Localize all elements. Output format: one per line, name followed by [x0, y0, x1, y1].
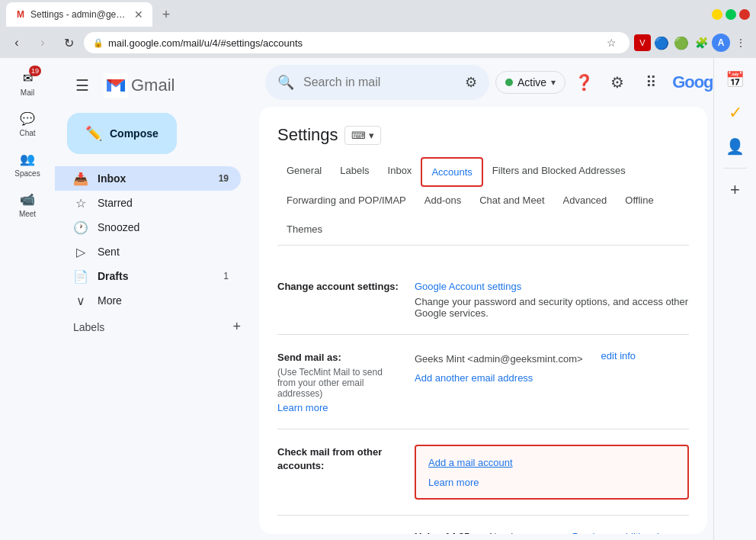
mail-badge: 19: [29, 66, 41, 76]
storage-value: Using 14.25 GB. Need more space? Purchas…: [415, 531, 689, 534]
calendar-icon[interactable]: 📅: [720, 64, 751, 95]
nav-item-sent[interactable]: ▷ Sent: [55, 239, 241, 264]
starred-label: Starred: [98, 197, 229, 209]
puzzle-button[interactable]: 🧩: [692, 34, 710, 52]
tab-close-button[interactable]: ✕: [134, 8, 143, 21]
nav-item-snoozed[interactable]: 🕐 Snoozed: [55, 215, 241, 239]
settings-tabs: General Labels Inbox Accounts Filters an…: [277, 157, 689, 246]
menu-button[interactable]: ⋮: [732, 34, 750, 52]
add-panel-icon: +: [730, 180, 740, 200]
address-bar-row: ‹ › ↻ 🔒 mail.google.com/mail/u/4/#settin…: [0, 29, 756, 58]
sidebar-item-mail[interactable]: ✉ 19 Mail: [2, 64, 53, 101]
sidebar-item-meet[interactable]: 📹 Meet: [2, 185, 53, 223]
settings-title-row: Settings ⌨ ▾: [277, 125, 689, 145]
maximize-button[interactable]: [726, 9, 736, 20]
sidebar: ✉ 19 Mail 💬 Chat 👥 Spaces 📹 Meet: [0, 58, 55, 540]
change-account-label: Change account settings:: [277, 279, 399, 319]
settings-button[interactable]: ⚙: [602, 67, 633, 98]
sidebar-item-spaces[interactable]: 👥 Spaces: [2, 145, 53, 182]
chat-icon: 💬: [18, 109, 37, 127]
compose-button[interactable]: ✏️ Compose: [67, 113, 177, 154]
address-bar[interactable]: 🔒 mail.google.com/mail/u/4/#settings/acc…: [84, 32, 629, 53]
new-tab-button[interactable]: +: [155, 4, 177, 25]
tab-accounts[interactable]: Accounts: [421, 157, 482, 187]
sidebar-item-chat[interactable]: 💬 Chat: [2, 104, 53, 142]
right-panel-divider: [724, 168, 747, 169]
search-input[interactable]: [303, 76, 456, 89]
tab-general[interactable]: General: [277, 157, 331, 187]
send-mail-label: Send mail as: (Use TecMint Mail to send …: [277, 350, 399, 413]
tab-addons[interactable]: Add-ons: [415, 187, 470, 216]
profile-button[interactable]: A: [712, 34, 730, 52]
nav-item-more[interactable]: ∨ More: [55, 288, 241, 313]
sync-button[interactable]: 🟢: [672, 34, 690, 52]
gmail-logo-icon: [104, 73, 128, 98]
tab-filters[interactable]: Filters and Blocked Addresses: [483, 157, 635, 187]
refresh-button[interactable]: ↻: [58, 32, 79, 53]
settings-row-send-mail: Send mail as: (Use TecMint Mail to send …: [277, 335, 689, 429]
close-button[interactable]: [739, 9, 750, 20]
send-mail-learn-more[interactable]: Learn more: [277, 402, 399, 413]
more-icon: ∨: [73, 294, 88, 308]
tab-bar: M Settings - admin@geeks ✕ +: [6, 2, 706, 27]
tab-themes[interactable]: Themes: [277, 216, 332, 245]
send-mail-value: Geeks Mint <admin@geeksmint.com> edit in…: [415, 350, 689, 413]
tab-chat[interactable]: Chat and Meet: [470, 187, 553, 216]
tasks-icon[interactable]: ✓: [720, 98, 751, 128]
email-display: Geeks Mint <admin@geeksmint.com>: [415, 353, 583, 365]
back-button[interactable]: ‹: [6, 32, 27, 53]
status-text: Active: [517, 76, 546, 88]
google-logo: Google: [672, 72, 713, 92]
hamburger-menu[interactable]: ☰: [67, 70, 98, 101]
contacts-icon[interactable]: 👤: [720, 131, 751, 162]
add-label-button[interactable]: +: [232, 319, 241, 335]
forward-button[interactable]: ›: [32, 32, 53, 53]
change-account-desc: Change your password and security option…: [415, 296, 689, 319]
add-email-address-link[interactable]: Add another email address: [415, 372, 533, 384]
check-mail-learn-more[interactable]: Learn more: [428, 477, 479, 488]
nav-item-inbox[interactable]: 📥 Inbox 19: [55, 166, 241, 191]
keyboard-icon: ⌨: [351, 130, 366, 141]
nav-item-drafts[interactable]: 📄 Drafts 1: [55, 264, 241, 288]
search-options-icon[interactable]: ⚙: [465, 74, 477, 91]
storage-usage: Using 14.25 GB.: [415, 531, 486, 534]
check-mail-box: Add a mail account Learn more: [415, 445, 689, 500]
sent-icon: ▷: [73, 245, 88, 259]
browser-action-icons: V 🔵 🟢 🧩 A ⋮: [634, 34, 750, 52]
tab-offline[interactable]: Offline: [616, 187, 662, 216]
chrome-extension-button[interactable]: 🔵: [652, 34, 671, 52]
main-content: 🔍 ⚙ Active ▾ ❓ ⚙ ⠿ Google G: [253, 58, 713, 540]
edit-info-link[interactable]: edit info: [601, 350, 636, 362]
tab-labels[interactable]: Labels: [331, 157, 378, 187]
tab-advanced[interactable]: Advanced: [554, 187, 617, 216]
active-status-button[interactable]: Active ▾: [495, 71, 565, 94]
apps-button[interactable]: ⠿: [636, 67, 666, 98]
browser-chrome: M Settings - admin@geeks ✕ +: [0, 0, 756, 29]
active-tab[interactable]: M Settings - admin@geeks ✕: [6, 2, 152, 27]
labels-header: Labels +: [55, 313, 253, 338]
purchase-storage-link[interactable]: Purchase additional storage: [572, 531, 689, 534]
add-panel-button[interactable]: +: [720, 175, 751, 205]
add-mail-account-link[interactable]: Add a mail account: [428, 457, 513, 468]
extension-button[interactable]: V: [634, 34, 651, 51]
minimize-button[interactable]: [712, 9, 722, 20]
change-account-value: Google Account settings Change your pass…: [415, 279, 689, 319]
bookmark-button[interactable]: ☆: [602, 34, 620, 52]
gmail-header: 🔍 ⚙ Active ▾ ❓ ⚙ ⠿ Google G: [253, 58, 713, 107]
tab-inbox[interactable]: Inbox: [379, 157, 421, 187]
settings-row-account: Change account settings: Google Account …: [277, 264, 689, 335]
url-text: mail.google.com/mail/u/4/#settings/accou…: [108, 37, 303, 49]
gmail-text: Gmail: [131, 76, 175, 95]
starred-icon: ☆: [73, 196, 88, 211]
tab-forwarding[interactable]: Forwarding and POP/IMAP: [277, 187, 415, 216]
spaces-icon: 👥: [18, 149, 37, 168]
keyboard-arrow: ▾: [369, 130, 374, 141]
compose-label: Compose: [110, 127, 159, 140]
search-bar[interactable]: 🔍 ⚙: [265, 65, 489, 100]
settings-row-storage: Add additional storage: Using 14.25 GB. …: [277, 516, 689, 534]
meet-label: Meet: [19, 210, 36, 218]
keyboard-shortcuts-button[interactable]: ⌨ ▾: [344, 126, 381, 145]
google-account-settings-link[interactable]: Google Account settings: [415, 281, 521, 292]
help-button[interactable]: ❓: [569, 67, 599, 98]
nav-item-starred[interactable]: ☆ Starred: [55, 191, 241, 215]
